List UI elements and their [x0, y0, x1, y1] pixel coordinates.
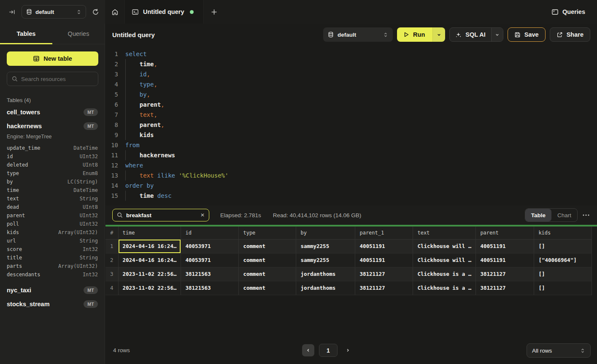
table-cell[interactable]: comment [239, 239, 296, 253]
table-column-row[interactable]: urlString [7, 237, 98, 245]
table-column-row[interactable]: titleString [7, 253, 98, 262]
table-cell[interactable]: 38121127 [355, 267, 413, 281]
table-column-row[interactable]: pollUInt32 [7, 220, 98, 228]
table-column-row[interactable]: byLC(String) [7, 178, 98, 186]
table-cell[interactable]: sammy2255 [296, 253, 355, 267]
database-selector[interactable]: default [22, 5, 86, 19]
new-tab-button[interactable] [204, 0, 224, 24]
sql-ai-options-button[interactable] [491, 28, 503, 41]
table-cell[interactable]: jordanthoms [296, 267, 355, 281]
table-cell[interactable]: 38121563 [181, 281, 239, 295]
tab-untitled-query[interactable]: Untitled query [125, 0, 204, 24]
table-column-row[interactable]: scoreInt32 [7, 245, 98, 253]
page-size-selector[interactable]: All rows [527, 343, 591, 358]
clear-search-icon[interactable]: ✕ [198, 212, 205, 218]
table-cell[interactable]: [] [534, 239, 592, 253]
more-options-icon[interactable] [582, 213, 590, 218]
sidebar-table-stocks_stream[interactable]: stocks_streamMT [0, 297, 105, 311]
query-database-selector[interactable]: default [323, 27, 393, 42]
table-cell[interactable]: 40051191 [355, 253, 413, 267]
prev-page-button[interactable] [302, 344, 314, 356]
table-column-row[interactable]: partsArray(UInt32) [7, 262, 98, 270]
sidebar-table-nyc_taxi[interactable]: nyc_taxiMT [0, 283, 105, 297]
toggle-chart[interactable]: Chart [551, 209, 577, 221]
home-button[interactable] [105, 0, 125, 24]
next-page-button[interactable] [342, 344, 353, 356]
sidebar-tab-tables[interactable]: Tables [0, 24, 52, 44]
table-cell[interactable]: ["40066964"] [534, 253, 592, 267]
table-cell[interactable]: Clickhouse will … [413, 253, 476, 267]
token-col: time [140, 192, 154, 199]
queries-button[interactable]: Queries [551, 8, 585, 16]
table-cell[interactable]: comment [239, 253, 296, 267]
run-button[interactable]: Run [397, 27, 432, 42]
table-cell[interactable]: 38121127 [476, 267, 534, 281]
table-cell[interactable]: [] [534, 267, 592, 281]
table-column-row[interactable]: deletedUInt8 [7, 161, 98, 169]
table-column-row[interactable]: timeDateTime [7, 186, 98, 194]
row-number[interactable]: 4 [105, 281, 118, 295]
sql-ai-button[interactable]: SQL AI [450, 28, 491, 41]
row-number[interactable]: 3 [105, 267, 118, 281]
table-cell[interactable]: [] [534, 281, 592, 295]
column-header-num[interactable]: # [105, 226, 118, 239]
sidebar-table-hackernews[interactable]: hackernewsMT [0, 119, 105, 133]
table-cell[interactable]: jordanthoms [296, 281, 355, 295]
save-button[interactable]: Save [508, 27, 546, 42]
table-row[interactable]: 32023-11-02 22:56…38121563commentjordant… [105, 267, 592, 281]
column-header-parent_1[interactable]: parent_1 [355, 226, 413, 239]
table-cell[interactable]: 40051191 [476, 253, 534, 267]
run-options-button[interactable] [432, 27, 445, 42]
sidebar-table-cell_towers[interactable]: cell_towersMT [0, 105, 105, 119]
sidebar-search-input[interactable] [21, 76, 93, 82]
table-cell[interactable]: Clickhouse is a … [413, 267, 476, 281]
table-row[interactable]: 42023-11-02 22:56…38121563commentjordant… [105, 281, 592, 295]
current-page[interactable]: 1 [319, 344, 338, 357]
column-header-time[interactable]: time [118, 226, 181, 239]
sql-editor[interactable]: 1select2time,3id,4type,5by,6parent,7text… [105, 46, 597, 205]
column-header-id[interactable]: id [181, 226, 239, 239]
table-cell[interactable]: 38121127 [355, 281, 413, 295]
new-table-button[interactable]: New table [7, 51, 98, 66]
table-row[interactable]: 12024-04-16 16:24…40053971commentsammy22… [105, 239, 592, 253]
column-header-by[interactable]: by [296, 226, 355, 239]
table-column-row[interactable]: idUInt32 [7, 152, 98, 161]
table-cell[interactable]: 2023-11-02 22:56… [118, 267, 181, 281]
table-cell[interactable]: sammy2255 [296, 239, 355, 253]
share-button[interactable]: Share [550, 27, 590, 42]
table-column-row[interactable]: update_timeDateTime [7, 144, 98, 152]
column-header-kids[interactable]: kids [534, 226, 592, 239]
table-cell[interactable]: Clickhouse will … [413, 239, 476, 253]
toggle-table[interactable]: Table [525, 209, 551, 221]
table-row[interactable]: 22024-04-16 16:24…40053971commentsammy22… [105, 253, 592, 267]
table-cell[interactable]: comment [239, 281, 296, 295]
table-cell[interactable]: comment [239, 267, 296, 281]
column-header-type[interactable]: type [239, 226, 296, 239]
table-column-row[interactable]: deadUInt8 [7, 203, 98, 211]
table-column-row[interactable]: parentUInt32 [7, 211, 98, 220]
table-cell[interactable]: 40051191 [355, 239, 413, 253]
table-column-row[interactable]: kidsArray(UInt32) [7, 228, 98, 237]
table-cell[interactable]: 40053971 [181, 239, 239, 253]
row-number[interactable]: 1 [105, 239, 118, 253]
table-cell[interactable]: Clickhouse is a … [413, 281, 476, 295]
table-cell[interactable]: 2024-04-16 16:24… [118, 239, 181, 253]
table-column-row[interactable]: textString [7, 194, 98, 203]
table-cell[interactable]: 40053971 [181, 253, 239, 267]
table-cell[interactable]: 38121563 [181, 267, 239, 281]
results-search-input[interactable] [126, 212, 194, 218]
column-header-text[interactable]: text [413, 226, 476, 239]
table-cell[interactable]: 38121127 [476, 281, 534, 295]
table-cell[interactable]: 2023-11-02 22:56… [118, 281, 181, 295]
refresh-icon[interactable] [92, 8, 99, 16]
column-header-parent[interactable]: parent [476, 226, 534, 239]
table-cell[interactable]: 40051191 [476, 239, 534, 253]
sidebar-search[interactable] [7, 72, 98, 86]
sidebar-tab-queries[interactable]: Queries [52, 24, 105, 44]
table-cell[interactable]: 2024-04-16 16:24… [118, 253, 181, 267]
row-number[interactable]: 2 [105, 253, 118, 267]
results-search[interactable]: ✕ [112, 209, 209, 221]
table-column-row[interactable]: typeEnum8 [7, 169, 98, 178]
table-column-row[interactable]: descendantsInt32 [7, 270, 98, 279]
collapse-sidebar-icon[interactable] [8, 8, 16, 16]
